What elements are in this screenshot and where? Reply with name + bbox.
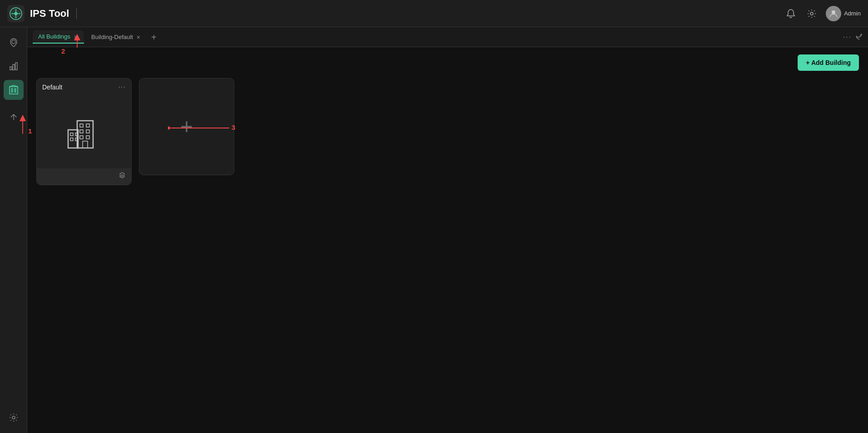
- svg-rect-24: [70, 138, 73, 141]
- svg-rect-22: [70, 133, 73, 136]
- svg-rect-6: [13, 64, 15, 70]
- tabs-more-button[interactable]: ···: [843, 33, 852, 41]
- tab-all-buildings-label: All Buildings: [38, 33, 70, 40]
- settings-button[interactable]: [805, 7, 819, 20]
- sidebar-item-settings[interactable]: [4, 408, 24, 428]
- header-left: IPS Tool: [7, 5, 79, 22]
- svg-rect-11: [11, 91, 13, 92]
- admin-label: Admin: [844, 10, 861, 17]
- tab-all-buildings[interactable]: All Buildings ×: [33, 30, 84, 44]
- content-area: All Buildings × Building-Default × + 2: [27, 27, 868, 433]
- add-building-card[interactable]: +: [139, 78, 234, 175]
- svg-rect-16: [80, 124, 83, 127]
- building-card-default[interactable]: Default ···: [36, 78, 132, 185]
- svg-point-13: [12, 416, 15, 419]
- svg-point-2: [810, 12, 813, 15]
- header-right: Admin: [784, 6, 861, 21]
- svg-rect-26: [83, 141, 88, 148]
- svg-rect-8: [10, 87, 18, 94]
- notification-button[interactable]: [784, 7, 798, 20]
- building-settings-button[interactable]: [118, 172, 126, 181]
- svg-point-27: [121, 175, 123, 177]
- sidebar-item-building[interactable]: [4, 80, 24, 100]
- building-card-body: [37, 96, 131, 168]
- header-divider: [76, 8, 77, 19]
- sidebar: 1: [0, 27, 27, 433]
- svg-rect-20: [80, 136, 83, 139]
- svg-rect-18: [80, 130, 83, 133]
- add-card-icon: +: [180, 116, 193, 138]
- app-header: IPS Tool Admin: [0, 0, 868, 27]
- tabs-refresh-button[interactable]: [855, 33, 863, 42]
- svg-rect-5: [10, 67, 12, 70]
- svg-rect-17: [86, 124, 89, 127]
- building-card-footer: [37, 168, 131, 185]
- user-area: Admin: [826, 6, 861, 21]
- tab-building-default-label: Building-Default: [91, 34, 133, 40]
- main-layout: 1 All Buildings: [0, 27, 868, 433]
- add-building-button[interactable]: + Add Building: [798, 54, 859, 71]
- app-title: IPS Tool: [30, 8, 69, 20]
- building-card-menu-button[interactable]: ···: [118, 83, 126, 91]
- buildings-grid: Default ···: [27, 78, 868, 194]
- tab-building-default-close[interactable]: ×: [136, 34, 141, 40]
- svg-point-3: [832, 10, 835, 14]
- page-header: + Add Building: [27, 47, 868, 78]
- app-logo: [7, 5, 25, 22]
- svg-rect-19: [86, 130, 89, 133]
- tabs-right: ···: [843, 33, 863, 42]
- building-card-title: Default: [42, 84, 62, 91]
- svg-rect-7: [15, 63, 17, 70]
- building-card-header: Default ···: [37, 79, 131, 96]
- sidebar-bottom: [4, 408, 24, 428]
- sidebar-item-arrow[interactable]: [4, 107, 24, 127]
- svg-rect-9: [11, 89, 13, 90]
- svg-point-1: [14, 12, 18, 15]
- sidebar-item-map[interactable]: [4, 33, 24, 53]
- tab-building-default[interactable]: Building-Default ×: [86, 31, 147, 43]
- svg-rect-21: [86, 136, 89, 139]
- building-icon: [64, 112, 104, 153]
- user-avatar[interactable]: [826, 6, 841, 21]
- svg-point-4: [12, 40, 15, 44]
- svg-rect-10: [15, 89, 16, 90]
- sidebar-item-chart[interactable]: [4, 56, 24, 76]
- tabs-bar: All Buildings × Building-Default × + 2: [27, 27, 868, 47]
- add-tab-button[interactable]: +: [148, 32, 159, 43]
- tab-all-buildings-close[interactable]: ×: [73, 34, 79, 40]
- svg-rect-12: [15, 91, 16, 92]
